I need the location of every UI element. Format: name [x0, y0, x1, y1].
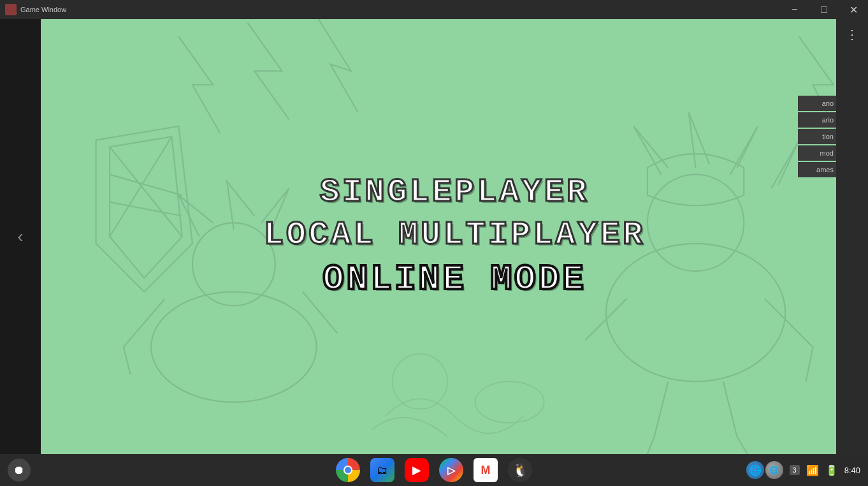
- singleplayer-menu-item[interactable]: SINGLEPLAYER: [320, 173, 589, 211]
- youtube-symbol: ▶: [412, 463, 421, 477]
- right-panel: ⋮: [836, 19, 868, 454]
- tab-games[interactable]: ames: [798, 162, 836, 177]
- title-bar: Game Window − □ ✕: [0, 0, 868, 19]
- gmail-symbol: M: [481, 464, 491, 477]
- title-bar-title: Game Window: [20, 6, 66, 13]
- tab-mod[interactable]: mod: [798, 145, 836, 161]
- svg-point-9: [393, 354, 448, 409]
- system-icon-symbol: ⏺: [13, 464, 25, 477]
- title-bar-controls: − □ ✕: [780, 0, 868, 19]
- files-icon[interactable]: 🗂: [370, 458, 394, 482]
- tab-mario-2[interactable]: ario: [798, 112, 836, 128]
- svg-line-1: [110, 136, 171, 237]
- play-store-symbol: ▷: [447, 464, 455, 476]
- youtube-icon[interactable]: ▶: [405, 458, 429, 482]
- wifi-icon: 📶: [806, 464, 819, 476]
- tab-tion[interactable]: tion: [798, 129, 836, 144]
- globe-icon-2: 🌐: [765, 461, 783, 479]
- battery-icon: 🔋: [825, 464, 838, 476]
- penguin-symbol: 🐧: [512, 462, 528, 478]
- svg-point-8: [475, 381, 544, 423]
- taskbar-left: ⏺: [0, 459, 31, 482]
- more-options-button[interactable]: ⋮: [843, 24, 861, 45]
- notification-badge[interactable]: 3: [790, 465, 800, 475]
- play-store-icon[interactable]: ▷: [439, 458, 463, 482]
- maximize-button[interactable]: □: [809, 0, 839, 19]
- clock: 8:40: [844, 466, 860, 475]
- system-icon[interactable]: ⏺: [8, 459, 31, 482]
- menu-container: SINGLEPLAYER LOCAL MULTIPLAYER ONLINE MO…: [264, 173, 646, 300]
- penguin-icon[interactable]: 🐧: [508, 458, 532, 482]
- files-label: 🗂: [377, 464, 388, 477]
- game-window: SINGLEPLAYER LOCAL MULTIPLAYER ONLINE MO…: [41, 19, 868, 454]
- chrome-icon[interactable]: [336, 458, 360, 482]
- close-button[interactable]: ✕: [839, 0, 868, 19]
- taskbar: ⏺ 🗂 ▶ ▷ M 🐧 🌐 🌐 3 📶: [0, 454, 868, 486]
- app-icon: [5, 4, 17, 15]
- online-mode-menu-item[interactable]: ONLINE MODE: [322, 259, 586, 300]
- svg-line-3: [110, 202, 182, 216]
- svg-point-5: [192, 223, 275, 306]
- svg-point-4: [151, 292, 317, 402]
- left-sidebar: ‹: [0, 19, 41, 454]
- gmail-icon[interactable]: M: [474, 458, 498, 482]
- minimize-button[interactable]: −: [780, 0, 809, 19]
- right-tabs: ario ario tion mod ames: [798, 19, 836, 454]
- svg-point-7: [647, 175, 744, 271]
- taskbar-right: 🌐 🌐 3 📶 🔋 8:40: [746, 461, 868, 479]
- globe-icon-1: 🌐: [746, 461, 764, 479]
- globe-cluster: 🌐 🌐: [746, 461, 783, 479]
- tab-mario-1[interactable]: ario: [798, 96, 836, 111]
- local-multiplayer-menu-item[interactable]: LOCAL MULTIPLAYER: [264, 216, 646, 254]
- taskbar-center: 🗂 ▶ ▷ M 🐧: [336, 458, 532, 482]
- back-button[interactable]: ‹: [17, 226, 23, 247]
- title-bar-left: Game Window: [0, 4, 66, 15]
